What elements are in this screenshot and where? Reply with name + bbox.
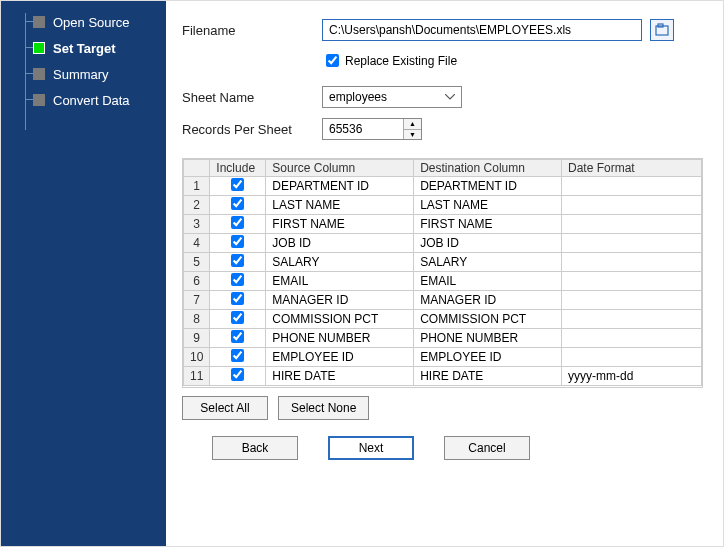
records-input[interactable] [323,119,403,139]
cell-dest[interactable]: PHONE NUMBER [414,329,562,348]
wizard-sidebar: Open SourceSet TargetSummaryConvert Data [1,1,166,546]
cell-datefmt[interactable] [562,348,702,367]
cell-dest[interactable]: EMPLOYEE ID [414,348,562,367]
row-number: 5 [184,253,210,272]
include-checkbox[interactable] [231,292,244,305]
replace-checkbox[interactable] [326,54,339,67]
table-row[interactable]: 10EMPLOYEE IDEMPLOYEE ID [184,348,702,367]
include-checkbox[interactable] [231,330,244,343]
nav-marker [33,16,45,28]
cell-source[interactable]: COMMISSION PCT [266,310,414,329]
next-button[interactable]: Next [328,436,414,460]
tree-branch [25,73,33,74]
nav-item-convert-data[interactable]: Convert Data [1,87,166,113]
cell-datefmt[interactable] [562,177,702,196]
table-row[interactable]: 5SALARYSALARY [184,253,702,272]
nav-marker [33,68,45,80]
table-row[interactable]: 4JOB IDJOB ID [184,234,702,253]
cell-dest[interactable]: JOB ID [414,234,562,253]
browse-button[interactable] [650,19,674,41]
cell-dest[interactable]: HIRE DATE [414,367,562,386]
cell-datefmt[interactable] [562,310,702,329]
row-number: 2 [184,196,210,215]
records-label: Records Per Sheet [182,122,322,137]
table-row[interactable]: 3FIRST NAMEFIRST NAME [184,215,702,234]
table-row[interactable]: 1DEPARTMENT IDDEPARTMENT ID [184,177,702,196]
cancel-button[interactable]: Cancel [444,436,530,460]
include-checkbox[interactable] [231,368,244,381]
cell-datefmt[interactable] [562,329,702,348]
nav-item-open-source[interactable]: Open Source [1,9,166,35]
include-checkbox[interactable] [231,349,244,362]
cell-dest[interactable]: COMMISSION PCT [414,310,562,329]
select-all-button[interactable]: Select All [182,396,268,420]
nav-item-summary[interactable]: Summary [1,61,166,87]
row-number: 9 [184,329,210,348]
include-checkbox[interactable] [231,311,244,324]
cell-dest[interactable]: FIRST NAME [414,215,562,234]
cell-datefmt[interactable] [562,291,702,310]
cell-datefmt[interactable] [562,215,702,234]
col-header-rownum [184,160,210,177]
col-header-include[interactable]: Include [210,160,266,177]
table-row[interactable]: 11HIRE DATEHIRE DATEyyyy-mm-dd [184,367,702,386]
cell-source[interactable]: LAST NAME [266,196,414,215]
cell-source[interactable]: FIRST NAME [266,215,414,234]
include-checkbox[interactable] [231,254,244,267]
nav-label: Summary [53,67,109,82]
nav-label: Open Source [53,15,130,30]
filename-input[interactable] [322,19,642,41]
include-checkbox[interactable] [231,216,244,229]
table-row[interactable]: 2LAST NAMELAST NAME [184,196,702,215]
cell-dest[interactable]: DEPARTMENT ID [414,177,562,196]
spinner-up[interactable]: ▲ [404,119,421,130]
nav-item-set-target[interactable]: Set Target [1,35,166,61]
browse-icon [655,23,669,37]
include-checkbox[interactable] [231,273,244,286]
include-checkbox[interactable] [231,235,244,248]
include-checkbox[interactable] [231,178,244,191]
select-none-button[interactable]: Select None [278,396,369,420]
back-button[interactable]: Back [212,436,298,460]
tree-branch [25,21,33,22]
records-spinner[interactable]: ▲ ▼ [322,118,422,140]
cell-source[interactable]: EMAIL [266,272,414,291]
col-header-source[interactable]: Source Column [266,160,414,177]
cell-source[interactable]: JOB ID [266,234,414,253]
nav-marker [33,94,45,106]
col-header-dest[interactable]: Destination Column [414,160,562,177]
cell-source[interactable]: EMPLOYEE ID [266,348,414,367]
cell-dest[interactable]: LAST NAME [414,196,562,215]
row-number: 7 [184,291,210,310]
tree-branch [25,47,33,48]
cell-datefmt[interactable]: yyyy-mm-dd [562,367,702,386]
tree-branch [25,99,33,100]
row-number: 3 [184,215,210,234]
cell-dest[interactable]: EMAIL [414,272,562,291]
table-row[interactable]: 8COMMISSION PCTCOMMISSION PCT [184,310,702,329]
cell-datefmt[interactable] [562,196,702,215]
cell-source[interactable]: MANAGER ID [266,291,414,310]
cell-source[interactable]: DEPARTMENT ID [266,177,414,196]
nav-label: Convert Data [53,93,130,108]
cell-source[interactable]: PHONE NUMBER [266,329,414,348]
table-row[interactable]: 7MANAGER IDMANAGER ID [184,291,702,310]
cell-datefmt[interactable] [562,272,702,291]
nav-label: Set Target [53,41,116,56]
columns-table-wrap: Include Source Column Destination Column… [182,158,703,388]
sheet-name-select[interactable]: employees [322,86,462,108]
cell-source[interactable]: HIRE DATE [266,367,414,386]
cell-datefmt[interactable] [562,253,702,272]
cell-datefmt[interactable] [562,234,702,253]
table-row[interactable]: 6EMAILEMAIL [184,272,702,291]
spinner-down[interactable]: ▼ [404,130,421,140]
col-header-datefmt[interactable]: Date Format [562,160,702,177]
cell-dest[interactable]: SALARY [414,253,562,272]
cell-dest[interactable]: MANAGER ID [414,291,562,310]
nav-marker [33,42,45,54]
table-row[interactable]: 9PHONE NUMBERPHONE NUMBER [184,329,702,348]
cell-source[interactable]: SALARY [266,253,414,272]
row-number: 8 [184,310,210,329]
include-checkbox[interactable] [231,197,244,210]
row-number: 10 [184,348,210,367]
